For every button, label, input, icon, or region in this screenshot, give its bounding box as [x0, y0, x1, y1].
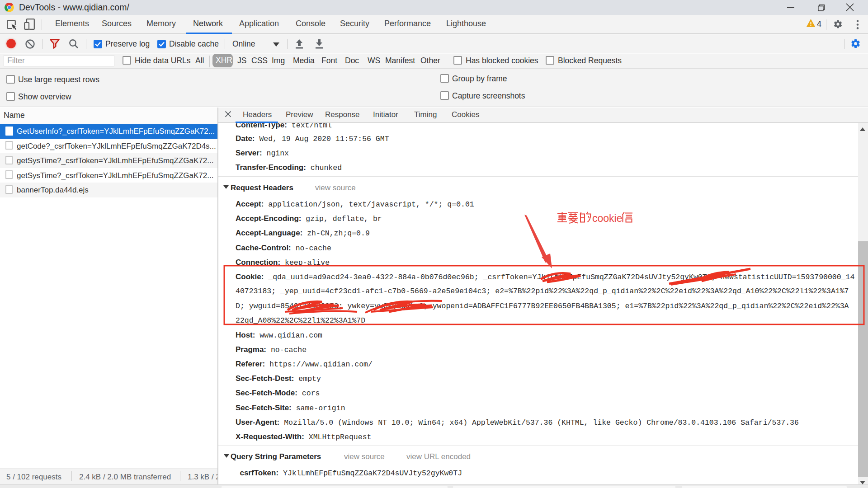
svg-text:cookie: cookie — [592, 212, 622, 224]
